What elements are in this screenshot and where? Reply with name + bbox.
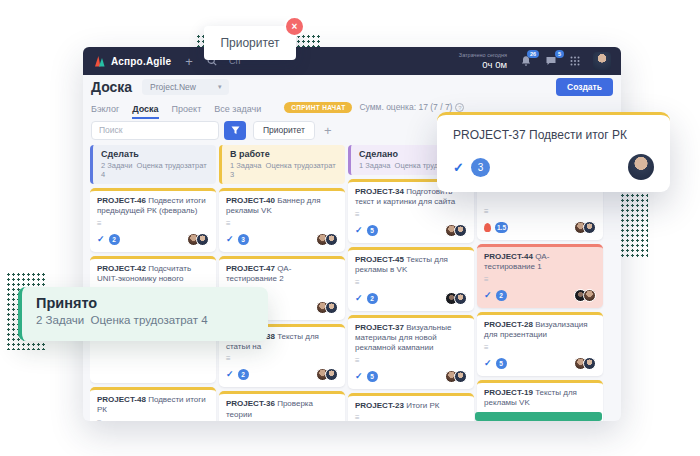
popup-estimate-badge: 3 — [471, 158, 490, 177]
task-card[interactable]: PROJECT-45 Тексты для рекламы в VK≡✓2 — [348, 247, 474, 311]
assignee-avatars — [445, 292, 467, 305]
assignee-avatars — [187, 233, 209, 246]
popup-assignee-avatar — [628, 154, 654, 180]
task-id: PROJECT-28 — [484, 320, 535, 329]
task-card-title: PROJECT-47 QA-тестирование 2 — [226, 264, 338, 285]
check-icon: ✓ — [484, 291, 492, 300]
app-window: Аспро.Agile + Сп Затрачено сегодня 0ч 0м… — [83, 47, 621, 421]
description-icon: ≡ — [97, 220, 209, 228]
task-card-title: PROJECT-36 Проверка теории — [226, 399, 338, 420]
notifications-count: 26 — [527, 50, 539, 58]
add-icon[interactable]: + — [185, 55, 193, 68]
priority-tooltip-label: Приоритет — [220, 36, 279, 50]
avatar — [583, 221, 596, 234]
avatar — [454, 292, 467, 305]
avatar — [454, 224, 467, 237]
avatar — [583, 357, 596, 370]
info-icon[interactable]: ? — [455, 103, 464, 112]
messages-count: 5 — [555, 50, 564, 58]
accepted-column-stats: 2 Задачи Оценка трудозатрат 4 — [36, 314, 254, 326]
task-id: PROJECT-19 — [484, 388, 535, 397]
task-card-footer: ✓5 — [484, 357, 596, 370]
sprint-status-badge: СПРИНТ НАЧАТ — [284, 102, 352, 113]
sprint-summary: Сумм. оценка: 17 (7 / 7)? — [359, 102, 464, 112]
task-card[interactable]: PROJECT-44 QA-тестирование 1≡✓2 — [477, 244, 603, 308]
page-title: Доска — [91, 79, 132, 95]
task-card[interactable]: PROJECT-46 Подвести итоги предыдущей РК … — [90, 188, 216, 252]
notifications-button[interactable]: 26 — [520, 55, 532, 67]
column-name: В работе — [230, 149, 337, 159]
messages-button[interactable]: 5 — [545, 55, 557, 67]
avatar — [325, 233, 338, 246]
funnel-icon — [231, 126, 240, 135]
check-icon: ✓ — [453, 160, 464, 175]
avatar — [325, 301, 338, 314]
task-title-text: Итоги РК — [406, 401, 439, 410]
search-input[interactable] — [91, 121, 219, 140]
task-id: PROJECT-34 — [355, 187, 406, 196]
assignee-avatars — [445, 224, 467, 237]
accepted-column-panel: Принято 2 Задачи Оценка трудозатрат 4 — [18, 287, 268, 341]
brand[interactable]: Аспро.Agile — [93, 55, 171, 68]
task-id: PROJECT-42 — [97, 264, 148, 273]
estimate-badge: 1.5 — [495, 222, 508, 233]
task-card[interactable]: PROJECT-37 Визуальные материалы для ново… — [348, 315, 474, 389]
estimate-badge: 2 — [496, 290, 507, 301]
assignee-avatars — [574, 221, 596, 234]
task-card[interactable]: PROJECT-48 Подвести итоги РК≡✓3 — [90, 387, 216, 421]
filter-button[interactable] — [224, 121, 246, 140]
popup-task-title: PROJECT-37 Подвести итог РК — [453, 128, 654, 142]
task-id: PROJECT-46 — [97, 196, 148, 205]
accepted-column-title: Принято — [36, 295, 254, 311]
task-card[interactable]: PROJECT-23 Итоги РК≡✓5 — [348, 393, 474, 421]
task-card-title: PROJECT-28 Визуализация для презентации — [484, 320, 596, 341]
column-header: В работе1 Задача Оценка трудозатрат 3 — [219, 145, 345, 184]
check-icon: ✓ — [226, 235, 234, 244]
estimate-badge: 5 — [367, 371, 378, 382]
check-icon: ✓ — [484, 359, 492, 368]
board-column: В работе1 Задача Оценка трудозатрат 3PRO… — [219, 145, 345, 421]
assignee-avatars — [445, 370, 467, 383]
description-icon: ≡ — [484, 276, 596, 284]
task-id: PROJECT-23 — [355, 401, 406, 410]
assignee-avatars — [574, 289, 596, 302]
time-tracked: Затрачено сегодня 0ч 0м — [459, 52, 507, 71]
task-card-covered — [90, 334, 216, 383]
task-id: PROJECT-36 — [226, 399, 277, 408]
tab-Проект[interactable]: Проект — [172, 104, 202, 117]
user-avatar[interactable] — [593, 52, 611, 70]
task-card-footer: ✓2 — [484, 289, 596, 302]
task-card[interactable]: PROJECT-40 Баннер для рекламы VK≡✓3 — [219, 188, 345, 252]
tab-Доска[interactable]: Доска — [132, 104, 158, 119]
description-icon: ≡ — [484, 344, 596, 352]
task-id: PROJECT-48 — [97, 395, 148, 404]
time-tracked-value: 0ч 0м — [459, 59, 507, 71]
description-icon: ≡ — [226, 220, 338, 228]
close-icon[interactable]: × — [284, 16, 305, 37]
tab-Бэклог[interactable]: Бэклог — [91, 104, 119, 117]
board-column: Сделать2 Задачи Оценка трудозатрат 4PROJ… — [90, 145, 216, 421]
tab-Все задачи[interactable]: Все задачи — [214, 104, 261, 117]
task-card-popup[interactable]: PROJECT-37 Подвести итог РК ✓ 3 — [437, 112, 670, 192]
task-card[interactable]: PROJECT-36 Проверка теории≡✓3 — [219, 391, 345, 421]
check-icon: ✓ — [355, 294, 363, 303]
brand-name: Аспро.Agile — [111, 56, 171, 67]
task-card[interactable]: PROJECT-28 Визуализация для презентации≡… — [477, 312, 603, 376]
create-button[interactable]: Создать — [556, 78, 613, 96]
avatar — [454, 370, 467, 383]
description-icon: ≡ — [355, 414, 467, 421]
task-card-footer: ✓2 — [355, 292, 467, 305]
add-filter-button[interactable]: + — [324, 124, 332, 137]
priority-filter-chip[interactable]: Приоритет — [253, 121, 315, 140]
description-icon: ≡ — [97, 419, 209, 421]
project-select[interactable]: Project.New ▾ — [142, 79, 229, 95]
task-id: PROJECT-40 — [226, 196, 277, 205]
estimate-badge: 3 — [238, 234, 249, 245]
column-name: Сделать — [101, 149, 208, 159]
description-icon: ≡ — [355, 211, 467, 219]
task-card-title: PROJECT-46 Подвести итоги предыдущей РК … — [97, 196, 209, 217]
task-id: PROJECT-45 — [355, 255, 406, 264]
column-stats: 1 Задача Оценка трудозатрат 3 — [230, 161, 337, 179]
description-icon: ≡ — [355, 357, 467, 365]
apps-grid-icon[interactable] — [570, 56, 580, 66]
